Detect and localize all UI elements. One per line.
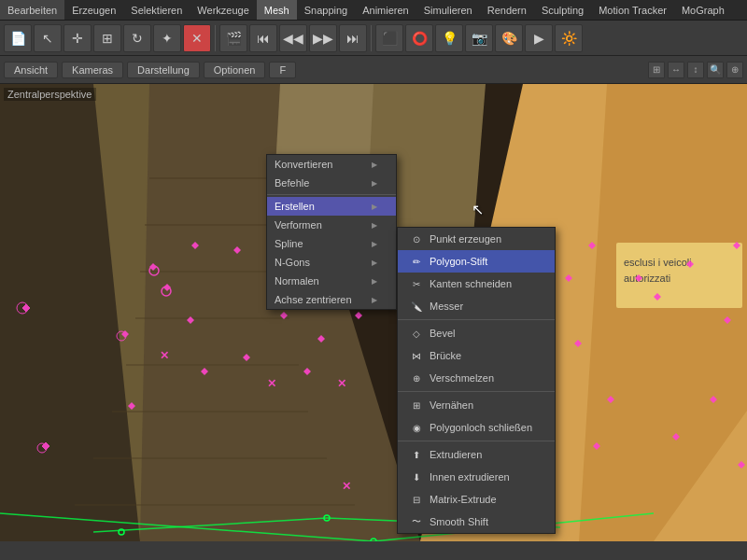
innen-extrude-icon: ⬇ <box>409 469 424 484</box>
messer-icon: 🔪 <box>409 299 424 314</box>
toolbar-transform[interactable]: ✦ <box>153 24 181 52</box>
menu-mesh[interactable]: Mesh <box>257 0 297 20</box>
cube-icon: ⬛ <box>382 31 398 46</box>
menu-animieren[interactable]: Animieren <box>355 0 416 20</box>
svg-text:✕: ✕ <box>342 480 351 493</box>
toolbar2-btn3[interactable]: ↕ <box>687 62 704 78</box>
toolbar2-btn4[interactable]: 🔍 <box>707 62 724 78</box>
svg-rect-8 <box>126 364 299 366</box>
tab-darstellung[interactable]: Darstellung <box>127 62 200 78</box>
submenu-punkt-erzeugen[interactable]: ⊙ Punkt erzeugen <box>398 228 555 250</box>
toolbar-cursor[interactable]: ↖ <box>34 24 62 52</box>
toolbar-sphere[interactable]: ⭕ <box>405 24 433 52</box>
menu-simulieren[interactable]: Simulieren <box>416 0 480 20</box>
menu-normalen[interactable]: Normalen <box>267 272 396 290</box>
svg-text:✕: ✕ <box>267 377 276 390</box>
film-icon: 🎬 <box>226 31 242 46</box>
menu-snapping[interactable]: Snapping <box>297 0 356 20</box>
toolbar2-btn5[interactable]: ⊕ <box>726 62 743 78</box>
extrude-icon: ⬆ <box>409 447 424 462</box>
transform-icon: ✦ <box>162 31 173 46</box>
toolbar-prev-frame[interactable]: ⏮ <box>249 24 277 52</box>
svg-rect-10 <box>93 457 327 459</box>
menu-erstellen[interactable]: Erstellen <box>267 197 396 216</box>
toolbar-new[interactable]: 📄 <box>4 24 32 52</box>
back-icon: ◀◀ <box>283 31 303 46</box>
street-scene-svg: esclusi i veicoli autorizzati <box>0 84 747 541</box>
tab-f[interactable]: F <box>269 62 296 78</box>
submenu-sep-3 <box>398 441 555 441</box>
toolbar-cube[interactable]: ⬛ <box>375 24 403 52</box>
rotate-icon: ↻ <box>132 31 143 46</box>
new-icon: 📄 <box>10 31 26 46</box>
svg-rect-6 <box>140 271 285 273</box>
menu-bearbeiten[interactable]: Bearbeiten <box>0 0 64 20</box>
toolbar-film[interactable]: 🎬 <box>219 24 247 52</box>
stift-icon: ✏ <box>409 254 424 269</box>
menu-selektieren[interactable]: Selektieren <box>123 0 190 20</box>
submenu-bruecke[interactable]: ⋈ Brücke <box>398 344 555 367</box>
submenu-polygonloch[interactable]: ◉ Polygonloch schließen <box>398 416 555 439</box>
verschmelzen-icon: ⊕ <box>409 371 424 385</box>
svg-text:autorizzati: autorizzati <box>624 273 670 284</box>
sphere-icon: ⭕ <box>412 31 428 46</box>
menu-motion-tracker[interactable]: Motion Tracker <box>591 0 674 20</box>
toolbar-active[interactable]: ✕ <box>183 24 211 52</box>
cut-icon: ✂ <box>409 276 424 291</box>
menu-sep-1 <box>267 194 396 195</box>
render-icon: ▶ <box>534 31 544 46</box>
tab-optionen[interactable]: Optionen <box>204 62 266 78</box>
polygonloch-icon: ◉ <box>409 420 424 435</box>
submenu-extrudieren[interactable]: ⬆ Extrudieren <box>398 443 555 466</box>
menu-spline[interactable]: Spline <box>267 234 396 253</box>
menu-mograph[interactable]: MoGraph <box>674 0 732 20</box>
mesh-dropdown-menu: Konvertieren Befehle Erstellen Verformen… <box>266 154 397 310</box>
toolbar-forward[interactable]: ▶▶ <box>309 24 337 52</box>
submenu-extrude-label: Extrudieren <box>430 449 482 460</box>
submenu-bevel[interactable]: ◇ Bevel <box>398 322 555 344</box>
submenu-verschmelzen[interactable]: ⊕ Verschmelzen <box>398 367 555 389</box>
viewport[interactable]: esclusi i veicoli autorizzati <box>0 84 747 541</box>
submenu-smooth-shift[interactable]: 〜 Smooth Shift <box>398 511 555 533</box>
menu-rendern[interactable]: Rendern <box>480 0 534 20</box>
menu-ngons[interactable]: N-Gons <box>267 253 396 272</box>
toolbar2-btn2[interactable]: ↔ <box>668 62 684 78</box>
scale-icon: ⊞ <box>102 31 113 46</box>
menu-verformen[interactable]: Verformen <box>267 216 396 234</box>
submenu-matrix-extrude[interactable]: ⊟ Matrix-Extrude <box>398 488 555 511</box>
submenu-bevel-label: Bevel <box>430 328 456 339</box>
lamp-icon: 🔆 <box>561 31 577 46</box>
forward-icon: ▶▶ <box>313 31 333 46</box>
submenu-polygonloch-label: Polygonloch schließen <box>430 422 532 433</box>
submenu-kanten-schneiden[interactable]: ✂ Kanten schneiden <box>398 273 555 295</box>
submenu-bruecke-label: Brücke <box>430 350 461 361</box>
submenu-kanten-label: Kanten schneiden <box>430 278 512 289</box>
toolbar-rotate[interactable]: ↻ <box>123 24 151 52</box>
toolbar-light[interactable]: 💡 <box>435 24 463 52</box>
menu-achse[interactable]: Achse zentrieren <box>267 290 396 309</box>
menu-sculpting[interactable]: Sculpting <box>534 0 591 20</box>
submenu-messer[interactable]: 🔪 Messer <box>398 295 555 317</box>
toolbar-back[interactable]: ◀◀ <box>279 24 307 52</box>
menu-erzeugen[interactable]: Erzeugen <box>64 0 123 20</box>
toolbar-lamp[interactable]: 🔆 <box>555 24 583 52</box>
next-frame-icon: ⏭ <box>346 31 359 46</box>
menu-werkzeuge[interactable]: Werkzeuge <box>190 0 256 20</box>
toolbar-scale[interactable]: ⊞ <box>93 24 121 52</box>
camera-icon: 📷 <box>472 31 487 46</box>
tab-ansicht[interactable]: Ansicht <box>4 62 58 78</box>
toolbar-next-frame[interactable]: ⏭ <box>339 24 367 52</box>
menu-konvertieren[interactable]: Konvertieren <box>267 155 396 174</box>
toolbar-material[interactable]: 🎨 <box>495 24 523 52</box>
submenu-innen-extrude[interactable]: ⬇ Innen extrudieren <box>398 466 555 488</box>
tab-kameras[interactable]: Kameras <box>62 62 123 78</box>
toolbar-move[interactable]: ✛ <box>63 24 92 52</box>
submenu-sep-2 <box>398 391 555 392</box>
submenu-matrix-label: Matrix-Extrude <box>430 494 497 505</box>
toolbar-render[interactable]: ▶ <box>525 24 553 52</box>
submenu-polygon-stift[interactable]: ✏ Polygon-Stift <box>398 250 555 273</box>
menu-befehle[interactable]: Befehle <box>267 174 396 192</box>
submenu-vernaehen[interactable]: ⊞ Vernähen <box>398 394 555 416</box>
toolbar2-btn1[interactable]: ⊞ <box>648 62 665 78</box>
toolbar-camera[interactable]: 📷 <box>465 24 493 52</box>
